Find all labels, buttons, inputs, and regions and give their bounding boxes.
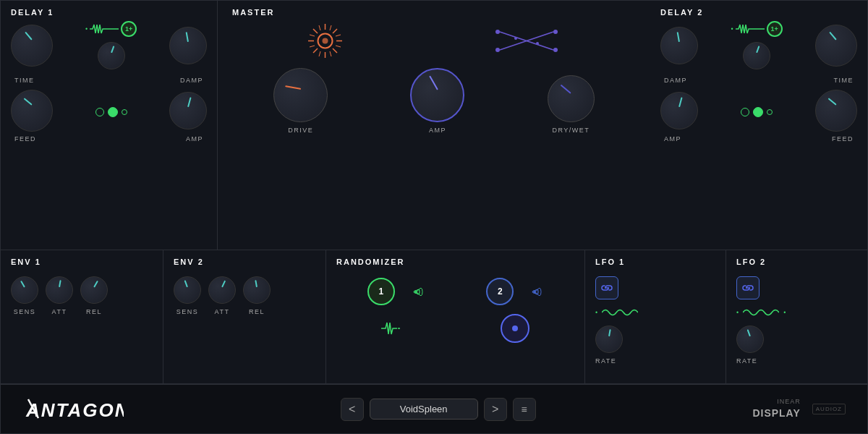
master-panel: MASTER [218,1,650,250]
lfo1-wave: • [595,305,715,320]
delay1-waveform: • 1+ [85,21,137,37]
delay1-indicator-1[interactable] [95,108,104,116]
delay2-indicator-1[interactable] [741,108,749,116]
master-drive-group: DRIVE [273,68,328,134]
master-drywet-group: DRY/WET [548,75,595,134]
lfo2-link-button[interactable] [736,276,760,299]
svg-line-9 [313,48,318,53]
svg-point-25 [536,42,539,45]
delay2-circles [741,105,773,117]
preset-name-text: VoidSpleen [400,404,448,414]
delay1-feed-knob[interactable] [11,90,53,132]
delay2-amp-label: AMP [664,135,681,142]
delay2-indicator-3[interactable] [767,109,773,115]
delay2-center: • 1+ [731,21,782,69]
svg-line-13 [336,46,341,47]
delay1-title: DELAY 1 [11,8,207,17]
master-drywet-knob[interactable] [548,75,595,122]
env2-sens-label: SENS [176,308,199,315]
delay2-time-knob[interactable] [815,25,857,67]
svg-text:ANTAGONE: ANTAGONE [25,399,124,421]
env2-title: ENV 2 [174,258,315,266]
audioz-badge: AUDIOZ [812,404,846,414]
env2-sens-knob[interactable] [174,276,201,304]
delay1-indicator-3[interactable] [122,109,127,115]
randomizer-circle-button[interactable] [501,314,529,343]
randomizer-pulse-icon[interactable] [381,318,410,339]
master-title: MASTER [232,8,636,17]
env2-att-label: ATT [215,308,230,315]
env1-rel-group: REL [80,276,108,315]
master-drive-knob[interactable] [273,68,328,122]
env2-att-group: ATT [208,276,236,315]
env2-rel-label: REL [249,308,265,315]
delay1-time-knob-group [11,25,53,67]
lfo2-title: LFO 2 [736,258,857,266]
preset-next-button[interactable]: > [484,398,507,421]
svg-line-12 [336,35,341,36]
delay1-damp-knob[interactable] [169,27,207,64]
display-text: DISPLAY [752,407,800,421]
env1-att-label: ATT [52,308,67,315]
delay1-feed-label: FEED [14,135,36,142]
lfo1-title: LFO 1 [595,258,715,266]
next-btn-label: > [492,403,498,416]
master-routing-icon[interactable] [490,21,563,61]
delay1-time-small-knob[interactable] [98,42,125,69]
svg-line-15 [319,51,320,56]
master-sunburst-icon[interactable] [305,21,345,61]
delay1-time-label: TIME [14,77,35,84]
delay2-panel: DELAY 2 • 1+ [650,1,867,250]
lfo2-rate-label: RATE [736,357,757,365]
svg-line-16 [310,46,315,47]
delay2-time-label: TIME [834,77,854,84]
env1-rel-knob[interactable] [80,276,108,304]
randomizer-btn2-label: 2 [498,286,503,297]
preset-prev-button[interactable]: < [341,398,364,421]
svg-line-8 [333,29,337,33]
delay2-dot-left: • [731,25,733,33]
delay2-feed-knob-group [815,90,857,132]
lfo2-link-icon [742,282,754,294]
delay2-damp-knob[interactable] [660,27,698,64]
delay2-damp-knob-group [660,27,698,64]
lfo2-rate-knob[interactable] [736,326,764,353]
delay1-tap-button[interactable]: 1+ [121,21,137,37]
lfo1-link-button[interactable] [595,276,618,299]
master-amp-label: AMP [429,127,446,134]
randomizer-ripple2-icon [518,279,543,305]
bottom-row: ENV 1 SENS ATT REL ENV 2 [1,250,867,384]
randomizer-btn2[interactable]: 2 [486,278,514,305]
randomizer-btn1[interactable]: 1 [367,278,395,305]
preset-name-display[interactable]: VoidSpleen [370,399,478,420]
footer-right: INEAR DISPLAY AUDIOZ [752,397,846,420]
lfo1-link-icon [601,282,613,294]
env1-att-knob[interactable] [46,276,73,304]
randomizer-title: RANDOMIZER [336,258,574,266]
lfo2-wave-icon [743,305,779,320]
delay2-tap-button[interactable]: 1+ [767,21,783,37]
delay1-time-knob[interactable] [11,25,53,67]
svg-line-17 [310,35,315,36]
env2-rel-knob[interactable] [243,276,271,304]
delay2-feed-knob[interactable] [815,90,857,132]
svg-line-6 [313,29,318,33]
menu-btn-label: ≡ [522,404,527,415]
delay2-amp-knob[interactable] [660,92,698,129]
master-amp-knob[interactable] [410,68,464,122]
preset-menu-button[interactable]: ≡ [513,398,536,421]
env2-att-knob[interactable] [208,276,236,304]
inear-display-logo: INEAR DISPLAY [752,397,800,420]
delay1-amp-label: AMP [186,135,203,142]
env1-att-group: ATT [46,276,73,315]
lfo1-rate-knob[interactable] [595,326,623,353]
svg-line-7 [333,48,337,53]
delay1-circles [95,105,127,117]
delay1-amp-knob[interactable] [169,92,207,129]
delay1-indicator-2[interactable] [108,107,118,117]
env2-sens-group: SENS [174,276,201,315]
delay2-indicator-2[interactable] [753,107,763,117]
lfo2-rate-group: RATE [736,326,857,366]
delay2-time-small-knob[interactable] [743,42,770,69]
env1-sens-knob[interactable] [11,276,38,304]
